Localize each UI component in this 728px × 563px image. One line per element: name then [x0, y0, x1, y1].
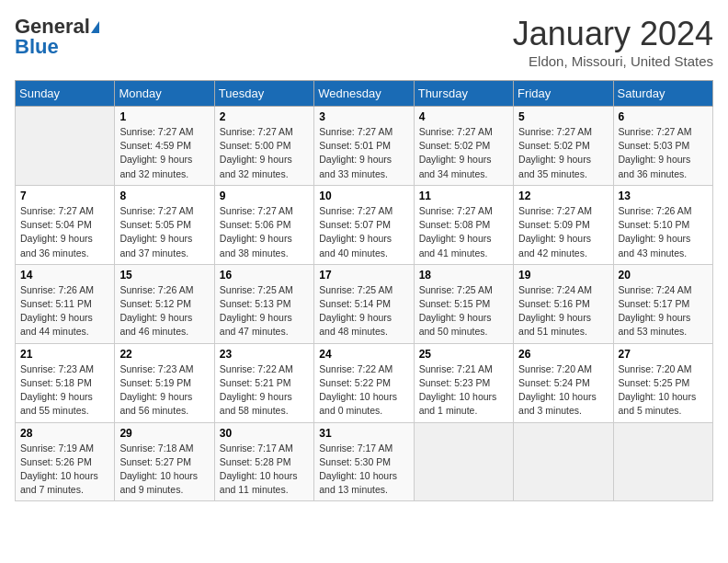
day-info: Sunrise: 7:27 AM Sunset: 4:59 PM Dayligh…	[119, 125, 209, 181]
day-number: 16	[220, 269, 309, 282]
calendar-week-row: 14Sunrise: 7:26 AM Sunset: 5:11 PM Dayli…	[16, 264, 713, 343]
weekday-header-row: SundayMondayTuesdayWednesdayThursdayFrid…	[16, 81, 713, 107]
calendar-cell: 20Sunrise: 7:24 AM Sunset: 5:17 PM Dayli…	[613, 264, 712, 343]
day-number: 21	[20, 348, 109, 361]
calendar-cell	[514, 422, 613, 501]
day-info: Sunrise: 7:17 AM Sunset: 5:28 PM Dayligh…	[220, 442, 309, 498]
title-area: January 2024 Eldon, Missouri, United Sta…	[513, 15, 713, 69]
day-info: Sunrise: 7:27 AM Sunset: 5:01 PM Dayligh…	[319, 125, 408, 181]
weekday-header-friday: Friday	[514, 81, 613, 107]
day-number: 30	[220, 427, 309, 440]
day-info: Sunrise: 7:22 AM Sunset: 5:21 PM Dayligh…	[220, 362, 309, 419]
logo-triangle-icon	[91, 21, 99, 33]
calendar-cell: 1Sunrise: 7:27 AM Sunset: 4:59 PM Daylig…	[115, 107, 214, 186]
day-info: Sunrise: 7:27 AM Sunset: 5:03 PM Dayligh…	[619, 125, 708, 181]
calendar-cell: 15Sunrise: 7:26 AM Sunset: 5:12 PM Dayli…	[115, 264, 214, 343]
calendar-cell	[16, 107, 115, 186]
day-info: Sunrise: 7:20 AM Sunset: 5:24 PM Dayligh…	[518, 362, 608, 419]
day-number: 5	[518, 110, 608, 123]
calendar-cell: 19Sunrise: 7:24 AM Sunset: 5:16 PM Dayli…	[514, 264, 613, 343]
calendar-cell: 24Sunrise: 7:22 AM Sunset: 5:22 PM Dayli…	[314, 343, 414, 422]
weekday-header-wednesday: Wednesday	[314, 81, 414, 107]
day-info: Sunrise: 7:25 AM Sunset: 5:15 PM Dayligh…	[419, 283, 508, 339]
calendar-cell: 25Sunrise: 7:21 AM Sunset: 5:23 PM Dayli…	[414, 343, 513, 422]
calendar-cell: 10Sunrise: 7:27 AM Sunset: 5:07 PM Dayli…	[314, 185, 414, 264]
day-number: 17	[319, 269, 408, 282]
day-info: Sunrise: 7:23 AM Sunset: 5:19 PM Dayligh…	[119, 362, 209, 419]
calendar-cell: 2Sunrise: 7:27 AM Sunset: 5:00 PM Daylig…	[214, 107, 313, 186]
day-number: 28	[20, 427, 109, 440]
day-number: 6	[619, 110, 708, 123]
calendar-cell: 8Sunrise: 7:27 AM Sunset: 5:05 PM Daylig…	[115, 185, 214, 264]
day-number: 31	[319, 427, 408, 440]
weekday-header-sunday: Sunday	[16, 81, 115, 107]
day-number: 20	[619, 269, 708, 282]
day-number: 1	[119, 110, 209, 123]
weekday-header-saturday: Saturday	[613, 81, 712, 107]
day-info: Sunrise: 7:19 AM Sunset: 5:26 PM Dayligh…	[20, 442, 109, 498]
location-subtitle: Eldon, Missouri, United States	[513, 53, 713, 69]
header: General Blue January 2024 Eldon, Missour…	[15, 15, 713, 69]
weekday-header-tuesday: Tuesday	[214, 81, 313, 107]
day-info: Sunrise: 7:27 AM Sunset: 5:00 PM Dayligh…	[220, 125, 309, 181]
day-number: 11	[419, 190, 508, 202]
day-info: Sunrise: 7:27 AM Sunset: 5:02 PM Dayligh…	[419, 125, 508, 181]
day-number: 3	[319, 110, 408, 123]
month-title: January 2024	[513, 15, 713, 53]
calendar-cell: 9Sunrise: 7:27 AM Sunset: 5:06 PM Daylig…	[214, 185, 313, 264]
calendar-cell: 11Sunrise: 7:27 AM Sunset: 5:08 PM Dayli…	[414, 185, 513, 264]
day-number: 12	[518, 190, 608, 202]
day-info: Sunrise: 7:20 AM Sunset: 5:25 PM Dayligh…	[619, 362, 708, 419]
calendar-cell: 31Sunrise: 7:17 AM Sunset: 5:30 PM Dayli…	[314, 422, 414, 501]
day-info: Sunrise: 7:22 AM Sunset: 5:22 PM Dayligh…	[319, 362, 408, 419]
day-number: 19	[518, 269, 608, 282]
calendar-cell: 12Sunrise: 7:27 AM Sunset: 5:09 PM Dayli…	[514, 185, 613, 264]
day-info: Sunrise: 7:17 AM Sunset: 5:30 PM Dayligh…	[319, 442, 408, 498]
calendar-cell: 13Sunrise: 7:26 AM Sunset: 5:10 PM Dayli…	[613, 185, 712, 264]
calendar-cell: 17Sunrise: 7:25 AM Sunset: 5:14 PM Dayli…	[314, 264, 414, 343]
calendar-cell: 3Sunrise: 7:27 AM Sunset: 5:01 PM Daylig…	[314, 107, 414, 186]
logo-blue: Blue	[15, 35, 59, 59]
day-info: Sunrise: 7:27 AM Sunset: 5:05 PM Dayligh…	[119, 204, 209, 260]
calendar-cell: 18Sunrise: 7:25 AM Sunset: 5:15 PM Dayli…	[414, 264, 513, 343]
calendar-week-row: 7Sunrise: 7:27 AM Sunset: 5:04 PM Daylig…	[16, 185, 713, 264]
day-info: Sunrise: 7:27 AM Sunset: 5:07 PM Dayligh…	[319, 204, 408, 260]
calendar-cell: 4Sunrise: 7:27 AM Sunset: 5:02 PM Daylig…	[414, 107, 513, 186]
calendar-cell: 21Sunrise: 7:23 AM Sunset: 5:18 PM Dayli…	[16, 343, 115, 422]
calendar-week-row: 21Sunrise: 7:23 AM Sunset: 5:18 PM Dayli…	[16, 343, 713, 422]
calendar-cell: 5Sunrise: 7:27 AM Sunset: 5:02 PM Daylig…	[514, 107, 613, 186]
day-number: 15	[119, 269, 209, 282]
calendar-cell: 26Sunrise: 7:20 AM Sunset: 5:24 PM Dayli…	[514, 343, 613, 422]
weekday-header-monday: Monday	[115, 81, 214, 107]
day-number: 7	[20, 190, 109, 202]
day-info: Sunrise: 7:24 AM Sunset: 5:16 PM Dayligh…	[518, 283, 608, 339]
day-number: 13	[619, 190, 708, 202]
day-info: Sunrise: 7:27 AM Sunset: 5:04 PM Dayligh…	[20, 204, 109, 260]
day-info: Sunrise: 7:27 AM Sunset: 5:02 PM Dayligh…	[518, 125, 608, 181]
calendar-cell: 14Sunrise: 7:26 AM Sunset: 5:11 PM Dayli…	[16, 264, 115, 343]
calendar-cell	[613, 422, 712, 501]
day-info: Sunrise: 7:26 AM Sunset: 5:11 PM Dayligh…	[20, 283, 109, 339]
calendar-cell: 7Sunrise: 7:27 AM Sunset: 5:04 PM Daylig…	[16, 185, 115, 264]
day-info: Sunrise: 7:26 AM Sunset: 5:12 PM Dayligh…	[119, 283, 209, 339]
day-info: Sunrise: 7:21 AM Sunset: 5:23 PM Dayligh…	[419, 362, 508, 419]
day-number: 29	[119, 427, 209, 440]
day-info: Sunrise: 7:26 AM Sunset: 5:10 PM Dayligh…	[619, 204, 708, 260]
day-number: 23	[220, 348, 309, 361]
day-number: 9	[220, 190, 309, 202]
day-number: 24	[319, 348, 408, 361]
day-info: Sunrise: 7:18 AM Sunset: 5:27 PM Dayligh…	[119, 442, 209, 498]
day-number: 2	[220, 110, 309, 123]
calendar-cell: 27Sunrise: 7:20 AM Sunset: 5:25 PM Dayli…	[613, 343, 712, 422]
day-number: 25	[419, 348, 508, 361]
calendar-cell: 6Sunrise: 7:27 AM Sunset: 5:03 PM Daylig…	[613, 107, 712, 186]
calendar-week-row: 1Sunrise: 7:27 AM Sunset: 4:59 PM Daylig…	[16, 107, 713, 186]
day-number: 27	[619, 348, 708, 361]
day-info: Sunrise: 7:23 AM Sunset: 5:18 PM Dayligh…	[20, 362, 109, 419]
day-number: 14	[20, 269, 109, 282]
calendar-cell: 23Sunrise: 7:22 AM Sunset: 5:21 PM Dayli…	[214, 343, 313, 422]
calendar-week-row: 28Sunrise: 7:19 AM Sunset: 5:26 PM Dayli…	[16, 422, 713, 501]
day-info: Sunrise: 7:27 AM Sunset: 5:08 PM Dayligh…	[419, 204, 508, 260]
calendar-cell: 28Sunrise: 7:19 AM Sunset: 5:26 PM Dayli…	[16, 422, 115, 501]
calendar-cell: 30Sunrise: 7:17 AM Sunset: 5:28 PM Dayli…	[214, 422, 313, 501]
